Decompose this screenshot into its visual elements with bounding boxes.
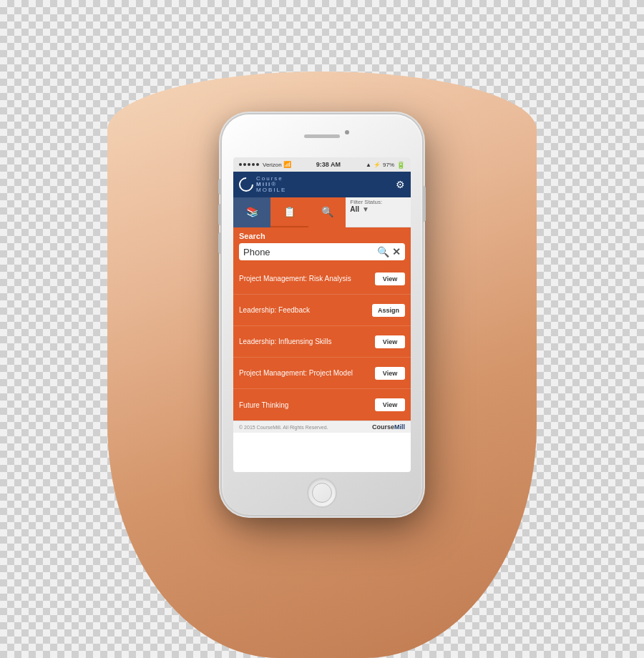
course-item-4: Project Management: Project Model View — [233, 358, 411, 389]
status-bar: Verizon 📶 9:38 AM ▲ ⚡ 97% 🔋 — [233, 157, 411, 172]
filter-value: All — [350, 205, 359, 213]
phone-camera — [345, 130, 349, 134]
filter-control[interactable]: All ▼ — [350, 205, 369, 213]
search-label: Search — [239, 232, 405, 240]
volume-up-button — [218, 204, 221, 225]
logo-text: CourseMill® MOBILE — [256, 176, 286, 193]
app-footer: © 2015 CourseMill. All Rights Reserved. … — [233, 421, 411, 433]
footer-logo-course: Course — [372, 423, 394, 431]
location-icon: ▲ — [366, 162, 371, 168]
logo-main: CourseMill® — [256, 176, 286, 187]
course-title-2: Leadership: Feedback — [239, 305, 372, 315]
footer-logo: CourseMill — [372, 423, 405, 431]
phone-device: Verizon 📶 9:38 AM ▲ ⚡ 97% 🔋 CourseMill® — [222, 114, 422, 515]
view-button-1[interactable]: View — [375, 272, 405, 285]
home-button[interactable] — [307, 478, 337, 508]
battery-icon: 🔋 — [396, 161, 405, 169]
battery-percent: 97% — [383, 162, 394, 168]
bluetooth-icon: ⚡ — [374, 162, 381, 168]
course-item-2: Leadership: Feedback Assign — [233, 295, 411, 326]
course-title-3: Leadership: Influensing Skills — [239, 337, 375, 346]
app-header: CourseMill® MOBILE ⚙ — [233, 172, 411, 197]
footer-logo-mill: Mill — [394, 423, 405, 431]
status-time: 9:38 AM — [316, 161, 341, 168]
assign-button-2[interactable]: Assign — [372, 304, 405, 317]
header-logo: CourseMill® MOBILE — [239, 176, 286, 193]
signal-dot-4 — [252, 163, 255, 166]
search-box: Phone 🔍 ✕ — [239, 243, 405, 260]
settings-icon[interactable]: ⚙ — [396, 179, 405, 190]
view-button-4[interactable]: View — [375, 367, 405, 380]
clear-search-icon[interactable]: ✕ — [392, 246, 401, 257]
refresh-icon[interactable] — [236, 175, 256, 195]
course-item-3: Leadership: Influensing Skills View — [233, 326, 411, 358]
carrier-name: Verizon — [263, 162, 282, 168]
nav-tabs: 📚 📋 🔍 Filter Status: All ▼ — [233, 197, 411, 227]
library-icon: 📚 — [246, 206, 258, 217]
chevron-down-icon: ▼ — [362, 205, 369, 213]
tab-search[interactable]: 🔍 — [308, 197, 346, 227]
signal-dot-5 — [256, 163, 259, 166]
list-icon: 📋 — [283, 206, 296, 217]
filter-bar: Filter Status: All ▼ — [346, 197, 411, 227]
search-value[interactable]: Phone — [243, 247, 374, 257]
mute-button — [218, 179, 221, 195]
scene: Verizon 📶 9:38 AM ▲ ⚡ 97% 🔋 CourseMill® — [0, 0, 644, 658]
course-item-5: Future Thinking View — [233, 389, 411, 421]
home-button-inner — [312, 483, 332, 503]
tab-list[interactable]: 📋 — [270, 197, 308, 227]
phone-screen: Verizon 📶 9:38 AM ▲ ⚡ 97% 🔋 CourseMill® — [233, 157, 411, 472]
tab-library[interactable]: 📚 — [233, 197, 270, 227]
volume-down-button — [218, 232, 221, 254]
signal-dot-3 — [248, 163, 250, 166]
footer-copyright: © 2015 CourseMill. All Rights Reserved. — [239, 425, 328, 430]
search-nav-icon: 🔍 — [321, 206, 333, 217]
signal-dot-2 — [243, 163, 246, 166]
course-title-4: Project Management: Project Model — [239, 368, 375, 378]
status-left: Verizon 📶 — [239, 161, 291, 168]
course-title-1: Project Management: Risk Analysis — [239, 274, 375, 283]
logo-sub: MOBILE — [256, 187, 286, 193]
phone-speaker — [304, 134, 340, 138]
course-item-1: Project Management: Risk Analysis View — [233, 263, 411, 295]
search-section: Search Phone 🔍 ✕ — [233, 227, 411, 263]
view-button-3[interactable]: View — [375, 335, 405, 348]
wifi-icon: 📶 — [283, 161, 291, 168]
course-title-5: Future Thinking — [239, 401, 375, 410]
course-list: Project Management: Risk Analysis View L… — [233, 263, 411, 421]
search-submit-icon[interactable]: 🔍 — [377, 246, 389, 257]
view-button-5[interactable]: View — [375, 398, 405, 411]
filter-label: Filter Status: — [350, 199, 382, 205]
power-button — [423, 186, 426, 222]
status-right: ▲ ⚡ 97% 🔋 — [366, 161, 405, 169]
signal-dot-1 — [239, 163, 242, 166]
